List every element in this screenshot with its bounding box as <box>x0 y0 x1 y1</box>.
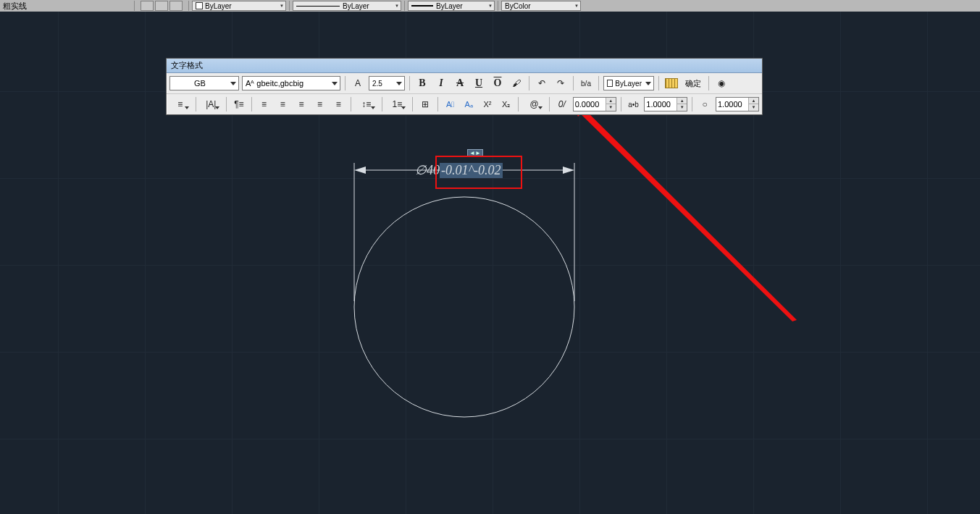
oblique-angle-spinner[interactable]: ▲▼ <box>573 97 616 111</box>
separator <box>412 97 413 111</box>
lineweight-dropdown[interactable]: ByLayer <box>408 1 495 11</box>
annotation-red-box <box>435 156 522 189</box>
tracking-icon: a•b <box>626 96 642 112</box>
justify-icon-3[interactable] <box>169 1 183 11</box>
stack-button[interactable]: b/a <box>578 75 594 91</box>
align-distribute-button[interactable]: ≡ <box>330 96 346 112</box>
color-swatch-icon <box>196 2 203 9</box>
mtext-justify-button[interactable]: |A| <box>201 96 222 112</box>
align-justify-button[interactable]: ≡ <box>312 96 328 112</box>
separator <box>658 76 659 90</box>
justify-icon-2[interactable] <box>155 1 168 11</box>
text-toolbar-title[interactable]: 文字格式 <box>167 59 762 73</box>
ruler-button[interactable] <box>663 75 679 91</box>
separator <box>518 97 519 111</box>
color-dropdown-label: ByLayer <box>205 2 232 10</box>
insert-field-button[interactable]: ⊞ <box>417 96 433 112</box>
svg-marker-4 <box>563 167 574 174</box>
linetype-name: 粗实线 <box>3 1 27 12</box>
spin-up-icon[interactable]: ▲ <box>606 98 616 104</box>
separator <box>226 97 227 111</box>
numbering-button[interactable]: 1≡ <box>387 96 409 112</box>
color-dropdown[interactable]: ByLayer <box>192 1 286 11</box>
justify-group <box>138 1 185 11</box>
width-factor-spinner[interactable]: ▲▼ <box>716 97 759 111</box>
linespacing-button[interactable]: ↕≡ <box>356 96 377 112</box>
spin-up-icon[interactable]: ▲ <box>677 98 687 104</box>
options-button[interactable]: ◉ <box>713 75 729 91</box>
separator <box>404 1 405 11</box>
tracking-spinner[interactable]: ▲▼ <box>644 97 687 111</box>
justify-icon-1[interactable] <box>141 1 154 11</box>
superscript-button[interactable]: X² <box>479 96 495 112</box>
tracking-input[interactable] <box>645 98 677 111</box>
spin-down-icon[interactable]: ▼ <box>606 104 616 111</box>
text-style-value: GB <box>194 79 206 88</box>
undo-button[interactable]: ↶ <box>534 75 550 91</box>
text-toolbar-row-1: GB Aᴬ gbeitc,gbcbig A 2.5 B I A U O 🖌 ↶ … <box>167 73 762 94</box>
separator <box>251 97 252 111</box>
separator <box>289 1 290 11</box>
redo-button[interactable]: ↷ <box>553 75 569 91</box>
underline-button[interactable]: U <box>471 75 487 91</box>
bold-button[interactable]: B <box>414 75 430 91</box>
lowercase-button[interactable]: Aₐ <box>461 96 477 112</box>
plotstyle-dropdown[interactable]: ByColor <box>501 1 581 11</box>
annotative-icon[interactable]: A <box>350 75 366 91</box>
separator <box>382 97 382 111</box>
lineweight-sample-icon <box>411 5 433 7</box>
separator <box>345 76 345 90</box>
separator <box>708 76 709 90</box>
svg-marker-6 <box>572 100 797 321</box>
separator <box>498 1 498 11</box>
separator <box>196 97 196 111</box>
oblique-icon: 0/ <box>554 96 570 112</box>
separator <box>573 76 574 90</box>
text-color-swatch-icon <box>607 80 613 87</box>
linetype-dropdown-label: ByLayer <box>343 2 369 10</box>
ruler-icon <box>665 78 678 88</box>
linetype-sample-icon <box>296 6 340 7</box>
separator <box>437 97 438 111</box>
spin-down-icon[interactable]: ▼ <box>748 104 758 111</box>
font-combo[interactable]: Aᴬ gbeitc,gbcbig <box>242 76 340 90</box>
separator <box>692 97 692 111</box>
linetype-dropdown[interactable]: ByLayer <box>293 1 401 11</box>
columns-button[interactable]: ≡ <box>169 96 191 112</box>
width-factor-icon: ○ <box>697 96 713 112</box>
spin-down-icon[interactable]: ▼ <box>677 104 687 111</box>
separator <box>134 1 135 11</box>
align-left-button[interactable]: ≡ <box>256 96 272 112</box>
separator <box>621 97 621 111</box>
text-height-combo[interactable]: 2.5 <box>369 76 405 90</box>
properties-bar: 粗实线 ByLayer ByLayer ByLayer ByColor <box>0 0 980 12</box>
overline-button[interactable]: O <box>490 75 506 91</box>
paragraph-button[interactable]: ¶≡ <box>231 96 247 112</box>
text-style-combo[interactable]: GB <box>169 76 239 90</box>
ok-button[interactable]: 确定 <box>682 78 704 89</box>
oblique-angle-input[interactable] <box>574 98 606 111</box>
align-center-button[interactable]: ≡ <box>275 96 290 112</box>
text-height-value: 2.5 <box>372 80 382 88</box>
text-toolbar-row-2: ≡ |A| ¶≡ ≡ ≡ ≡ ≡ ≡ ↕≡ 1≡ ⊞ Aͣ Aₐ X² X₂ @… <box>167 94 762 114</box>
symbol-button[interactable]: @ <box>523 96 545 112</box>
text-color-combo[interactable]: ByLayer <box>603 76 654 90</box>
plotstyle-dropdown-label: ByColor <box>505 2 531 10</box>
align-right-button[interactable]: ≡ <box>293 96 309 112</box>
lineweight-dropdown-label: ByLayer <box>436 2 463 10</box>
separator <box>529 76 529 90</box>
separator <box>351 97 351 111</box>
spin-up-icon[interactable]: ▲ <box>748 98 758 104</box>
separator <box>549 97 550 111</box>
italic-button[interactable]: I <box>433 75 449 91</box>
text-color-value: ByLayer <box>615 80 642 88</box>
svg-point-5 <box>354 197 574 417</box>
strike-button[interactable]: A <box>452 75 468 91</box>
width-factor-input[interactable] <box>716 98 748 111</box>
separator <box>188 1 189 11</box>
separator <box>409 76 410 90</box>
svg-marker-3 <box>354 167 366 174</box>
uppercase-button[interactable]: Aͣ <box>443 96 458 112</box>
clear-format-button[interactable]: 🖌 <box>508 75 524 91</box>
subscript-button[interactable]: X₂ <box>498 96 514 112</box>
